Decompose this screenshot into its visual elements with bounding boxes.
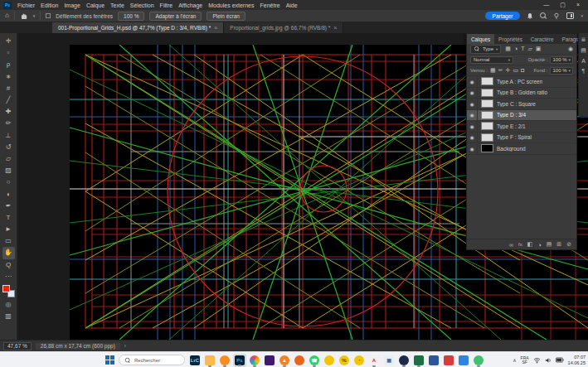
brush-tool[interactable]: ✏ — [2, 118, 15, 129]
close-icon[interactable]: × — [333, 25, 337, 31]
opacity-value[interactable]: 100 %▾ — [550, 56, 573, 64]
move-tool[interactable]: ✛ — [2, 36, 15, 47]
photos-icon[interactable] — [248, 354, 261, 367]
search-icon[interactable] — [540, 12, 547, 19]
taskbar-search[interactable]: Rechercher — [119, 355, 185, 365]
vlc-icon[interactable]: ▲ — [278, 354, 291, 367]
blur-tool[interactable]: ○ — [2, 176, 15, 188]
fullscreen-button[interactable]: Plein écran — [207, 12, 245, 21]
layer-row[interactable]: ◉Type C : Square — [467, 99, 576, 110]
status-options-chevron[interactable]: › — [124, 343, 126, 349]
visibility-toggle[interactable]: ◉ — [467, 88, 478, 99]
lock-icon-4[interactable]: ◘ — [521, 67, 524, 74]
menu-item-fenêtre[interactable]: Fenêtre — [260, 2, 280, 8]
eraser-tool[interactable]: ▱ — [2, 153, 15, 165]
zoom-tool[interactable]: Q — [2, 259, 15, 271]
visibility-toggle[interactable]: ◉ — [467, 76, 478, 87]
adjustment-layer-icon[interactable]: ◑ — [537, 242, 541, 248]
lasso-tool[interactable]: ρ — [2, 59, 15, 70]
menu-item-aide[interactable]: Aide — [286, 2, 298, 8]
fit-screen-button[interactable]: Adapter à l'écran — [149, 12, 202, 21]
navy-app-icon[interactable] — [397, 354, 411, 367]
lightroom-icon[interactable]: LrC — [188, 354, 202, 367]
link-layers-icon[interactable]: ∞ — [509, 242, 513, 248]
battery-icon[interactable] — [556, 357, 564, 363]
document-tab-2[interactable]: Proportional_grids.jpg @ 66,7% (RVB/8) *… — [224, 22, 343, 33]
path-selection-tool[interactable]: ► — [2, 224, 15, 235]
marquee-tool[interactable]: ▫ — [2, 47, 15, 59]
dodge-tool[interactable]: ◖ — [2, 188, 15, 200]
layer-row[interactable]: ◉Background — [467, 143, 576, 155]
green-app-icon[interactable] — [412, 354, 425, 367]
close-button[interactable]: × — [576, 0, 580, 10]
file-explorer-icon[interactable] — [203, 354, 216, 367]
acrobat-icon[interactable]: A — [367, 354, 381, 367]
tray-overflow-chevron[interactable]: ∧ — [513, 357, 516, 363]
blue-app-1-icon[interactable] — [427, 354, 440, 367]
lock-icon-2[interactable]: ✛ — [506, 67, 511, 74]
quick-mask-button[interactable]: ◎ — [2, 299, 15, 311]
visibility-toggle[interactable]: ◉ — [467, 143, 478, 154]
color-swatches[interactable] — [2, 285, 15, 297]
pen-tool[interactable]: ✒ — [2, 200, 15, 212]
zoom-100-button[interactable]: 100 % — [118, 12, 144, 21]
lock-icon-0[interactable]: ▦ — [490, 67, 496, 74]
chevron-down-icon[interactable]: ▾ — [33, 13, 36, 18]
menu-item-texte[interactable]: Texte — [110, 2, 124, 8]
visibility-toggle[interactable]: ◉ — [467, 121, 478, 132]
maximize-button[interactable]: ▢ — [560, 0, 566, 10]
whatsapp-icon[interactable]: ☎ — [308, 354, 321, 367]
calculator-icon[interactable]: ▦ — [382, 354, 396, 367]
volume-icon[interactable] — [545, 357, 552, 364]
lock-icon-3[interactable]: ▭ — [513, 67, 518, 74]
crop-tool[interactable]: # — [2, 83, 15, 94]
document-tab-1[interactable]: 001-Proportional_Grids_H.psd @ 47,7% (Ty… — [52, 22, 224, 33]
eyedropper-tool[interactable]: ╱ — [2, 94, 15, 106]
layer-row[interactable]: ◉Type E : 2/1 — [467, 121, 576, 133]
language-indicator[interactable]: FRA SF — [521, 356, 529, 365]
yellow-app-2-icon[interactable]: % — [338, 354, 351, 367]
menu-item-fichier[interactable]: Fichier — [17, 2, 35, 8]
collapsed-character-icon[interactable]: A — [581, 58, 586, 64]
lock-icon-1[interactable]: ✏ — [498, 67, 503, 74]
close-icon[interactable]: × — [214, 25, 217, 31]
home-icon[interactable]: ⌂ — [5, 12, 9, 20]
yellow-app-1-icon[interactable] — [323, 354, 336, 367]
purple-app-icon[interactable] — [263, 354, 276, 367]
filter-pin-icon[interactable]: ◉ — [568, 46, 573, 52]
quick-selection-tool[interactable]: ∗ — [2, 71, 15, 83]
new-layer-icon[interactable]: ⊞ — [556, 241, 561, 248]
filter-type-icon-2[interactable]: T — [521, 46, 524, 52]
blend-mode-select[interactable]: Normal▾ — [470, 56, 513, 64]
orange-app-icon[interactable] — [293, 354, 306, 367]
filter-type-icon-0[interactable]: ▦ — [505, 46, 511, 52]
fill-value[interactable]: 100 %▾ — [550, 67, 573, 75]
scroll-all-windows-checkbox[interactable] — [46, 13, 51, 18]
panel-tab-propriétés[interactable]: Propriétés — [494, 34, 527, 44]
collapsed-paragraph-icon[interactable]: ¶ — [582, 68, 586, 74]
screen-mode-button[interactable]: ▥ — [2, 311, 15, 322]
delete-layer-icon[interactable]: ⊘ — [566, 241, 571, 248]
chevron-down-icon[interactable]: ▾ — [581, 13, 583, 18]
blue-app-2-icon[interactable] — [457, 354, 470, 367]
history-brush-tool[interactable]: ↺ — [2, 142, 15, 153]
panel-tab-caractère[interactable]: Caractère — [527, 34, 558, 44]
foreground-color-swatch[interactable] — [2, 285, 10, 292]
layer-group-icon[interactable]: ▤ — [547, 241, 552, 248]
filter-type-icon-3[interactable]: ▱ — [527, 46, 532, 52]
healing-brush-tool[interactable]: ✚ — [2, 106, 15, 118]
hand-tool[interactable]: ✋ — [2, 247, 15, 258]
gradient-tool[interactable]: ▨ — [2, 165, 15, 176]
layer-row[interactable]: ◉Type D : 3/4 — [467, 110, 576, 122]
yellow-app-3-icon[interactable]: ◔ — [352, 354, 366, 367]
filter-type-icon-4[interactable]: ▣ — [536, 46, 542, 52]
status-zoom-field[interactable]: 47,67 % — [3, 342, 32, 350]
menu-item-edition[interactable]: Edition — [41, 2, 58, 8]
menu-item-image[interactable]: Image — [64, 2, 80, 8]
layer-mask-icon[interactable]: ◧ — [527, 241, 533, 248]
collapsed-layers-icon[interactable]: ≣ — [581, 36, 586, 43]
visibility-toggle[interactable]: ◉ — [467, 133, 478, 143]
layer-style-icon[interactable]: fx — [518, 242, 522, 247]
panel-tab-calques[interactable]: Calques — [467, 34, 494, 44]
red-app-icon[interactable] — [442, 354, 455, 367]
